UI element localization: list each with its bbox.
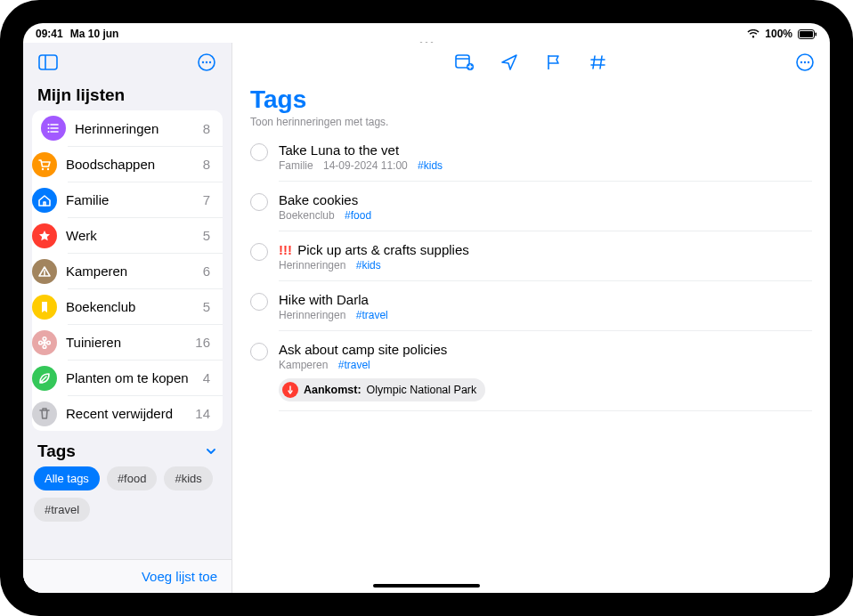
svg-point-26 xyxy=(800,61,802,63)
reminder-title: Bake cookies xyxy=(279,192,812,207)
sidebar-list-item[interactable]: Herinneringen8 xyxy=(32,110,223,146)
main-more-button[interactable] xyxy=(792,50,817,75)
list-count: 8 xyxy=(203,121,214,136)
reminder-checkbox[interactable] xyxy=(250,143,268,161)
lists-container: Herinneringen8Boodschappen8Familie7Werk5… xyxy=(32,110,223,431)
tent-icon xyxy=(32,259,57,284)
reminder-meta: Kamperen #travel xyxy=(279,359,812,371)
reminder-list: Herinneringen xyxy=(279,309,345,321)
reminders-list: Take Luna to the vetFamilie 14-09-2024 1… xyxy=(232,137,830,417)
tag-pill[interactable]: #food xyxy=(107,466,158,490)
reminder-tag[interactable]: #kids xyxy=(356,259,381,272)
tag-pills: Alle tags#food#kids#travel xyxy=(23,466,232,522)
flag-icon[interactable] xyxy=(541,50,566,75)
list-label: Herinneringen xyxy=(75,121,203,136)
sidebar-list-item[interactable]: Familie7 xyxy=(68,182,223,217)
leaf-icon xyxy=(32,366,57,391)
reminder-item[interactable]: Bake cookiesBoekenclub #food xyxy=(232,187,830,237)
sidebar-list-item[interactable]: Tuinieren16 xyxy=(68,324,223,360)
svg-rect-1 xyxy=(800,31,813,37)
list-label: Boodschappen xyxy=(66,157,203,172)
chevron-down-icon[interactable] xyxy=(205,445,217,458)
sidebar-more-button[interactable] xyxy=(194,50,219,75)
cart-icon xyxy=(32,152,57,177)
sidebar-list-item[interactable]: Boekenclub5 xyxy=(68,288,223,324)
svg-point-27 xyxy=(804,61,806,63)
reminder-checkbox[interactable] xyxy=(250,243,268,261)
battery-percent: 100% xyxy=(765,28,792,40)
reminder-checkbox[interactable] xyxy=(250,343,268,361)
svg-point-19 xyxy=(43,344,46,348)
arrival-place: Olympic National Park xyxy=(367,384,477,396)
reminder-priority: !!! xyxy=(279,242,292,257)
list-count: 14 xyxy=(195,406,214,421)
tag-pill[interactable]: #kids xyxy=(164,466,212,490)
reminder-meta: Familie 14-09-2024 11:00 #kids xyxy=(279,159,812,172)
reminder-item[interactable]: Hike with DarlaHerinneringen #travel xyxy=(232,287,830,336)
reminder-meta: Boekenclub #food xyxy=(279,209,812,222)
svg-point-16 xyxy=(47,167,49,169)
svg-point-20 xyxy=(39,341,43,344)
tag-pill[interactable]: Alle tags xyxy=(34,466,100,490)
list-count: 6 xyxy=(203,263,214,279)
svg-point-21 xyxy=(47,341,51,344)
sidebar-list-item[interactable]: Werk5 xyxy=(68,217,223,253)
list-label: Planten om te kopen xyxy=(66,370,203,385)
page-title: Tags xyxy=(232,82,830,114)
location-icon[interactable] xyxy=(497,50,522,75)
wifi-icon xyxy=(747,29,760,38)
hashtag-icon[interactable] xyxy=(586,50,611,75)
svg-point-13 xyxy=(48,127,50,129)
svg-point-17 xyxy=(43,341,46,344)
list-count: 16 xyxy=(195,335,214,350)
svg-rect-3 xyxy=(39,55,57,69)
svg-point-14 xyxy=(48,131,50,133)
list-label: Kamperen xyxy=(66,263,203,279)
sidebar-list-item[interactable]: Planten om te kopen4 xyxy=(68,360,223,395)
arrival-pin-icon xyxy=(282,382,298,398)
reminder-item[interactable]: !!! Pick up arts & crafts suppliesHerinn… xyxy=(232,237,830,287)
list-count: 7 xyxy=(203,192,214,207)
tags-section-header: Tags xyxy=(37,442,76,461)
home-indicator[interactable] xyxy=(373,584,480,588)
sidebar-list-item[interactable]: Boodschappen8 xyxy=(68,146,223,182)
reminder-checkbox[interactable] xyxy=(250,193,268,211)
reminder-meta: Herinneringen #kids xyxy=(279,259,812,272)
sidebar-toggle-button[interactable] xyxy=(36,50,61,75)
calendar-add-icon[interactable] xyxy=(452,50,477,75)
status-date: Ma 10 jun xyxy=(70,28,119,40)
list-count: 8 xyxy=(203,157,214,172)
list-count: 5 xyxy=(203,228,214,243)
lists-section-header: Mijn lijsten xyxy=(23,82,232,110)
reminder-title: Ask about camp site policies xyxy=(279,342,812,357)
list-label: Tuinieren xyxy=(66,335,195,350)
sidebar-list-item[interactable]: Kamperen6 xyxy=(68,253,223,288)
svg-point-7 xyxy=(206,61,207,63)
tag-pill[interactable]: #travel xyxy=(34,498,90,522)
svg-point-15 xyxy=(42,167,44,169)
reminder-title: !!! Pick up arts & crafts supplies xyxy=(279,242,812,257)
svg-point-6 xyxy=(202,61,204,63)
add-list-button[interactable]: Voeg lijst toe xyxy=(23,559,232,593)
bookmark-icon xyxy=(32,295,57,320)
reminder-title: Take Luna to the vet xyxy=(279,142,812,158)
reminder-list: Boekenclub xyxy=(279,209,335,222)
reminder-item[interactable]: Ask about camp site policiesKamperen #tr… xyxy=(232,336,830,417)
list-icon xyxy=(41,116,66,141)
reminder-tag[interactable]: #food xyxy=(345,209,371,222)
sidebar-list-item[interactable]: Recent verwijderd14 xyxy=(68,395,223,431)
list-label: Recent verwijderd xyxy=(66,406,195,421)
svg-point-8 xyxy=(209,61,211,63)
svg-point-28 xyxy=(808,61,809,63)
arrival-chip[interactable]: Aankomst: Olympic National Park xyxy=(279,378,485,401)
list-label: Boekenclub xyxy=(66,299,203,314)
reminder-tag[interactable]: #travel xyxy=(338,359,370,371)
reminder-item[interactable]: Take Luna to the vetFamilie 14-09-2024 1… xyxy=(232,137,830,187)
reminder-checkbox[interactable] xyxy=(250,293,268,311)
status-bar: 09:41 Ma 10 jun 100% xyxy=(23,25,830,43)
reminder-tag[interactable]: #kids xyxy=(418,159,443,172)
reminder-list: Familie xyxy=(279,159,313,172)
status-time: 09:41 xyxy=(36,28,63,40)
star-icon xyxy=(32,223,57,248)
reminder-tag[interactable]: #travel xyxy=(356,309,388,321)
